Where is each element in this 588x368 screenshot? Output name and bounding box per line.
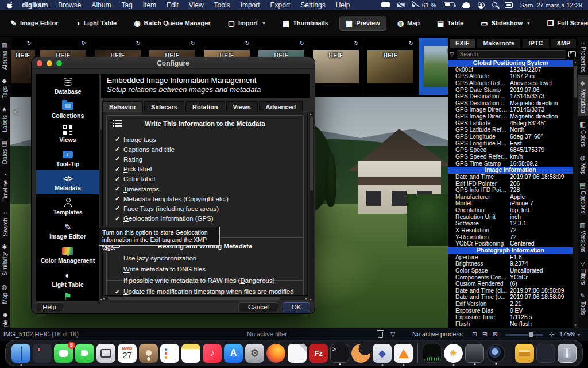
metadata-row[interactable]: Custom Rendered(6) — [448, 281, 573, 288]
config-page-color-management[interactable]: Color Management — [36, 243, 99, 267]
metadata-row[interactable]: GPS Longitude R...East — [448, 140, 573, 147]
previous-image-chevron-icon[interactable]: ‹ — [14, 105, 18, 118]
config-page-templates[interactable]: Templates — [36, 194, 99, 218]
metadata-row[interactable]: YCbCr PositioningCentered — [448, 240, 573, 247]
dock-package-icon[interactable] — [515, 344, 534, 363]
metadata-row[interactable]: Date and Time (di...2019:07:06 18:58:09 — [448, 288, 573, 294]
metadata-tab-makernote[interactable]: Makernote — [477, 38, 521, 48]
ok-button[interactable]: OK — [283, 302, 310, 312]
rotate-overlay-icon[interactable]: ↻ — [134, 40, 142, 47]
metadata-row[interactable]: GPS Destination ...Magnetic direction — [448, 100, 573, 107]
sidebar-tab-labels[interactable]: Labels★ — [0, 101, 10, 135]
filters-icon[interactable]: ▽ — [390, 331, 395, 338]
rotate-overlay-icon[interactable]: ↻ — [407, 40, 415, 47]
config-page-views[interactable]: Views — [36, 122, 99, 146]
toolbar-slideshow-button[interactable]: ▭Slideshow▾ — [475, 16, 535, 30]
camera-off-icon[interactable] — [397, 3, 405, 7]
checkbox-rating[interactable]: ✓Rating — [115, 155, 142, 163]
menu-digikam[interactable]: digikam — [17, 1, 53, 9]
fit-window-icon[interactable]: ⊞ — [482, 331, 488, 338]
metadata-row[interactable]: X-Resolution72 — [448, 227, 573, 234]
dock-screenshot-icon[interactable] — [96, 344, 115, 363]
dialog-vertical-scrollbar[interactable] — [309, 112, 314, 301]
settings-gear-icon[interactable]: ⊡ — [472, 331, 477, 338]
metadata-row[interactable]: Color SpaceUncalibrated — [448, 267, 573, 274]
open-tools-icon[interactable] — [568, 51, 576, 57]
dock-facetime-icon[interactable] — [75, 344, 94, 363]
config-page-database[interactable]: Database — [36, 74, 99, 98]
checkbox-write-metadata-to-dng-files[interactable]: Write metadata to DNG files — [115, 265, 206, 274]
menu-edit[interactable]: Edit — [161, 1, 184, 9]
fit-selection-icon[interactable]: ⊠ — [493, 331, 498, 338]
help-button[interactable]: Help — [36, 302, 63, 312]
toolbar-image-editor-button[interactable]: ✎Image Editor — [5, 16, 64, 30]
sidebar-tab-search[interactable]: Search○ — [1, 205, 10, 239]
thumbnail[interactable]: HEIF↻ — [310, 38, 362, 95]
sidebar-tab-properties[interactable]: ↕Properties — [579, 37, 588, 75]
menu-tag[interactable]: Tag — [116, 1, 137, 9]
spotlight-search-icon[interactable] — [492, 2, 497, 7]
checkbox-color-label[interactable]: ✓Color label — [115, 175, 155, 183]
metadata-row[interactable]: GPS Destination ...173145/3373 — [448, 93, 573, 100]
sidebar-tab-map[interactable]: Map◍ — [0, 279, 10, 306]
dock-reminders-icon[interactable] — [160, 344, 179, 363]
metadata-row[interactable]: GPS Longitude6deg 37' 60" — [448, 133, 573, 140]
metadata-row[interactable]: GPS Altitude1067.2 m — [448, 73, 573, 80]
metadata-row[interactable]: GPS Date Stamp2019:07:06 — [448, 87, 573, 94]
dock-firefox-icon[interactable] — [266, 344, 285, 363]
rotate-overlay-icon[interactable]: ↻ — [25, 40, 33, 47]
metadata-tab-xmp[interactable]: XMP — [551, 38, 577, 48]
menu-album[interactable]: Album — [86, 1, 116, 9]
dock-document-icon[interactable] — [288, 344, 307, 363]
control-center-icon[interactable] — [478, 2, 485, 9]
config-page-image-editor[interactable]: ✎Image Editor — [36, 218, 99, 243]
dialog-tab-sidecars[interactable]: Sidecars — [144, 101, 184, 112]
rotate-overlay-icon[interactable]: ↻ — [353, 40, 360, 47]
apple-logo-icon[interactable] — [7, 1, 14, 9]
metadata-row[interactable]: Date and Time2019:07:06 18:58:09 — [448, 174, 573, 181]
metadata-row[interactable]: ApertureF1.8 — [448, 254, 573, 261]
metadata-row[interactable]: FlashNo flash — [448, 321, 573, 328]
dialog-tab-behavior[interactable]: Behavior — [102, 101, 143, 112]
filter-funnel-icon[interactable]: ▽ — [450, 51, 454, 57]
dock-finder-icon[interactable] — [11, 344, 30, 363]
metadata-row[interactable]: GPS Image Direct...Magnetic direction — [448, 113, 573, 120]
sidebar-tab-tags[interactable]: Tags◆ — [0, 72, 10, 101]
checkbox-image-tags[interactable]: ✓Image tags — [115, 135, 156, 144]
dialog-tab-advanced[interactable]: Advanced — [259, 101, 303, 112]
dock-weather-icon[interactable]: ☀ — [444, 344, 463, 363]
metadata-row[interactable]: ModeliPhone 7 — [448, 200, 573, 207]
dock-contacts-icon[interactable] — [139, 344, 158, 363]
zoom-fit-icon[interactable]: ⊹ — [549, 331, 554, 338]
sidebar-tab-map[interactable]: ◍Map — [578, 150, 588, 177]
metadata-scrollbar[interactable]: ▲▼ — [573, 60, 578, 328]
rotate-overlay-icon[interactable]: ↻ — [298, 40, 305, 47]
sidebar-tab-colors[interactable]: ◧Colors — [578, 116, 588, 150]
checkbox-update-file-modification-timestamp-when-files-are-modified[interactable]: ✓Update file modification timestamp when… — [115, 288, 294, 296]
sidebar-tab-filters[interactable]: ▽Filters — [578, 255, 588, 288]
config-page-flag-partial[interactable]: ⚑ — [36, 291, 99, 301]
zoom-level[interactable]: 175% — [559, 331, 575, 338]
dock-moon-icon[interactable] — [351, 344, 370, 363]
rotate-overlay-icon[interactable]: ↻ — [189, 40, 196, 47]
battery-icon[interactable] — [444, 2, 455, 7]
dock-trash-icon[interactable] — [558, 344, 577, 363]
toolbar-table-button[interactable]: ▤Table — [431, 16, 469, 30]
menu-import[interactable]: Import — [235, 1, 265, 9]
checkbox-captions-and-title[interactable]: ✓Captions and title — [115, 145, 175, 154]
menu-help[interactable]: Help — [331, 1, 355, 9]
config-page-metadata[interactable]: </>Metadata — [36, 170, 99, 194]
rotate-overlay-icon[interactable]: ↻ — [80, 40, 87, 47]
dock-messages-icon[interactable]: 5 — [54, 344, 73, 363]
config-page-tool-tip[interactable]: iTool-Tip — [36, 146, 99, 170]
config-page-collections[interactable]: Collections — [36, 98, 99, 122]
metadata-row[interactable]: Orientationtop, left — [448, 207, 573, 214]
dropdown-caret-icon[interactable]: ▾ — [262, 20, 265, 26]
metadata-row[interactable]: 0x001f13244/2207 — [448, 67, 573, 74]
display-icon[interactable] — [505, 2, 513, 8]
toolbar-import-button[interactable]: ▢Import▾ — [222, 16, 271, 30]
sidebar-tab-versions[interactable]: ▥Versions — [578, 217, 588, 255]
metadata-row[interactable]: GPS Time Stamp16:58:09.2 — [448, 160, 573, 167]
dock-music-icon[interactable]: ♪ — [203, 344, 222, 363]
sidebar-tab-captions[interactable]: ▤Captions — [578, 177, 588, 216]
